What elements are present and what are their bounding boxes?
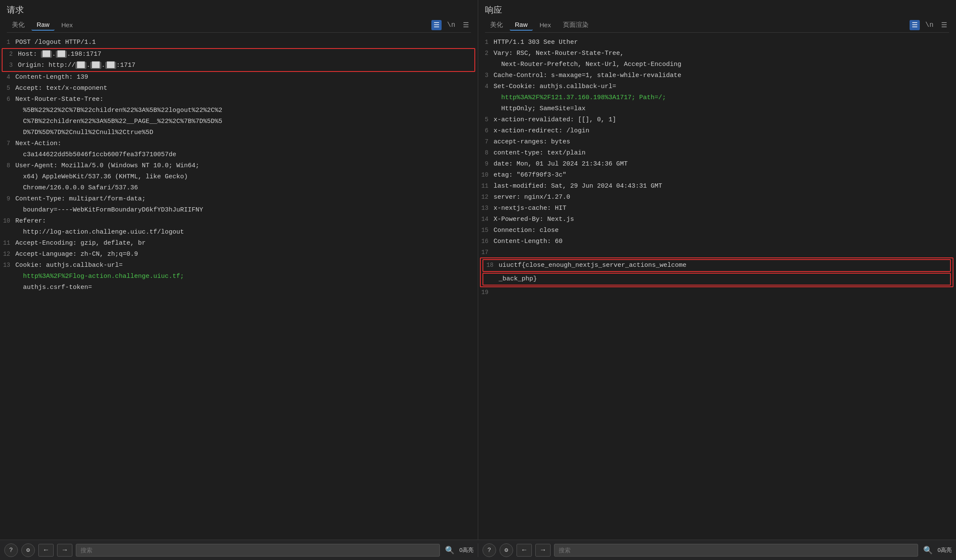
resp-line-3: 3 Cache-Control: s-maxage=1, stale-while… [478, 70, 956, 81]
tab-hex-req[interactable]: Hex [56, 20, 78, 30]
resp-line-8: 8 content-type: text/plain [478, 148, 956, 159]
response-bottom-bar: ? ⚙ ← → 🔍 0高亮 [478, 543, 956, 557]
newline-icon-req[interactable]: \n [445, 20, 457, 30]
req-host-origin-highlight: 2 Host: ██.██.198:1717 3 Origin: http://… [2, 48, 475, 72]
req-line-8b: x64) AppleWebKit/537.36 (KHTML, like Gec… [0, 171, 478, 183]
resp-line-9: 9 date: Mon, 01 Jul 2024 21:34:36 GMT [478, 159, 956, 170]
highlight-count-right: 0高亮 [938, 546, 952, 554]
resp-line-15: 15 Connection: close [478, 225, 956, 236]
forward-btn-right[interactable]: → [535, 544, 551, 557]
req-line-2: 2 Host: ██.██.198:1717 [3, 49, 474, 60]
help-btn-right[interactable]: ? [482, 543, 496, 557]
response-tabs: 美化 Raw Hex 页面渲染 [485, 19, 594, 31]
help-btn-left[interactable]: ? [4, 543, 18, 557]
resp-line-13: 13 x-nextjs-cache: HIT [478, 203, 956, 214]
req-line-6c: C%7B%22children%22%3A%5B%22__PAGE__%22%2… [0, 116, 478, 127]
req-line-13c: authjs.csrf-token= [0, 282, 478, 293]
req-line-13a: 13 Cookie: authjs.callback-url= [0, 260, 478, 271]
req-line-6d: D%7D%5D%7D%2Cnull%2Cnull%2Ctrue%5D [0, 127, 478, 138]
search-icon-left[interactable]: 🔍 [443, 544, 456, 557]
req-line-13b: http%3A%2F%2Flog-action.challenge.uiuc.t… [0, 271, 478, 282]
req-line-10a: 10 Referer: [0, 216, 478, 227]
req-line-7b: c3a144622dd5b5046f1ccb6007fea3f3710057de [0, 149, 478, 160]
resp-line-6: 6 x-action-redirect: /login [478, 126, 956, 137]
tab-raw-req[interactable]: Raw [32, 19, 55, 31]
request-toolbar: ☰ \n ☰ [431, 20, 471, 30]
resp-line-1: 1 HTTP/1.1 303 See Uther [478, 37, 956, 48]
resp-line-4a: 4 Set-Cookie: authjs.callback-url= [478, 81, 956, 92]
resp-line-2a: 2 Vary: RSC, Next-Router-State-Tree, [478, 48, 956, 59]
resp-line-4b: http%3A%2F%2F121.37.160.198%3A1717; Path… [478, 92, 956, 103]
resp-line-11: 11 last-modified: Sat, 29 Jun 2024 04:43… [478, 181, 956, 192]
resp-line-5: 5 x-action-revalidated: [[], 0, 1] [478, 114, 956, 126]
resp-line-4c: HttpOnly; SameSite=lax [478, 103, 956, 114]
settings-btn-left[interactable]: ⚙ [21, 543, 35, 557]
req-line-6a: 6 Next-Router-State-Tree: [0, 94, 478, 105]
resp-line-17: 17 [478, 247, 956, 257]
tab-beautify-resp[interactable]: 美化 [485, 19, 508, 31]
search-icon-right[interactable]: 🔍 [922, 544, 934, 557]
request-panel: 请求 美化 Raw Hex ☰ \n ☰ 1 POST /logout HTTP… [0, 0, 478, 540]
request-tabs: 美化 Raw Hex [7, 19, 78, 31]
newline-icon-resp[interactable]: \n [923, 20, 936, 30]
req-line-9b: boundary=----WebKitFormBoundaryD6kfYD3hJ… [0, 205, 478, 216]
resp-line-18a: 18 uiuctf{close_enough_nextjs_server_act… [482, 259, 951, 272]
resp-line-12: 12 server: nginx/1.27.0 [478, 192, 956, 203]
req-line-8c: Chrome/126.0.0.0 Safari/537.36 [0, 183, 478, 194]
req-line-9a: 9 Content-Type: multipart/form-data; [0, 194, 478, 205]
response-code-area: 1 HTTP/1.1 303 See Uther 2 Vary: RSC, Ne… [478, 34, 956, 540]
settings-btn-right[interactable]: ⚙ [500, 543, 513, 557]
req-line-11: 11 Accept-Encoding: gzip, deflate, br [0, 238, 478, 249]
tab-render-resp[interactable]: 页面渲染 [558, 19, 594, 31]
resp-line-10: 10 etag: "667f90f3-3c" [478, 170, 956, 181]
req-line-7a: 7 Next-Action: [0, 138, 478, 149]
request-bottom-bar: ? ⚙ ← → 🔍 0高亮 [0, 543, 478, 557]
resp-line-16: 16 Content-Length: 60 [478, 236, 956, 247]
resp-line-19: 19 [478, 287, 956, 297]
response-toolbar: ☰ \n ☰ [910, 20, 949, 30]
req-line-10b: http://log-action.challenge.uiuc.tf/logo… [0, 227, 478, 238]
highlight-count-left: 0高亮 [459, 546, 474, 554]
response-panel: 响应 美化 Raw Hex 页面渲染 ☰ \n ☰ 1 HTTP/1.1 303 [478, 0, 956, 540]
menu-icon-req[interactable]: ☰ [461, 20, 471, 30]
resp-line-2b: Next-Router-Prefetch, Next-Url, Accept-E… [478, 59, 956, 70]
forward-btn-left[interactable]: → [57, 544, 72, 557]
req-line-3: 3 Origin: http://██.██.██:1717 [3, 60, 474, 71]
search-input-right[interactable] [554, 544, 918, 557]
req-line-6b: %5B%22%22%2C%7B%22children%22%3A%5B%22lo… [0, 105, 478, 116]
tab-hex-resp[interactable]: Hex [534, 20, 556, 30]
resp-line-7: 7 accept-ranges: bytes [478, 137, 956, 148]
back-btn-right[interactable]: ← [517, 544, 532, 557]
response-header: 响应 美化 Raw Hex 页面渲染 ☰ \n ☰ [478, 0, 956, 34]
req-line-1: 1 POST /logout HTTP/1.1 [0, 37, 478, 48]
request-title: 请求 [7, 4, 471, 16]
list-icon-req[interactable]: ☰ [431, 20, 442, 30]
back-btn-left[interactable]: ← [38, 544, 54, 557]
response-tabs-row: 美化 Raw Hex 页面渲染 ☰ \n ☰ [485, 19, 949, 33]
request-code-area: 1 POST /logout HTTP/1.1 2 Host: ██.██.19… [0, 34, 478, 540]
req-line-8a: 8 User-Agent: Mozilla/5.0 (Windows NT 10… [0, 160, 478, 171]
bottom-bar: ? ⚙ ← → 🔍 0高亮 ? ⚙ ← → 🔍 0高亮 [0, 540, 956, 560]
req-line-5: 5 Accept: text/x-component [0, 83, 478, 94]
response-title: 响应 [485, 4, 949, 16]
resp-line-18b: _back_php} [482, 273, 951, 286]
tab-beautify-req[interactable]: 美化 [7, 19, 30, 31]
search-input-left[interactable] [76, 544, 440, 557]
req-line-12: 12 Accept-Language: zh-CN, zh;q=0.9 [0, 249, 478, 260]
req-line-4: 4 Content-Length: 139 [0, 72, 478, 83]
request-tabs-row: 美化 Raw Hex ☰ \n ☰ [7, 19, 471, 33]
resp-line-14: 14 X-Powered-By: Next.js [478, 214, 956, 225]
tab-raw-resp[interactable]: Raw [510, 19, 533, 31]
request-header: 请求 美化 Raw Hex ☰ \n ☰ [0, 0, 478, 34]
list-icon-resp[interactable]: ☰ [910, 20, 920, 30]
resp-flag-highlight: 18 uiuctf{close_enough_nextjs_server_act… [480, 257, 953, 287]
menu-icon-resp[interactable]: ☰ [939, 20, 949, 30]
